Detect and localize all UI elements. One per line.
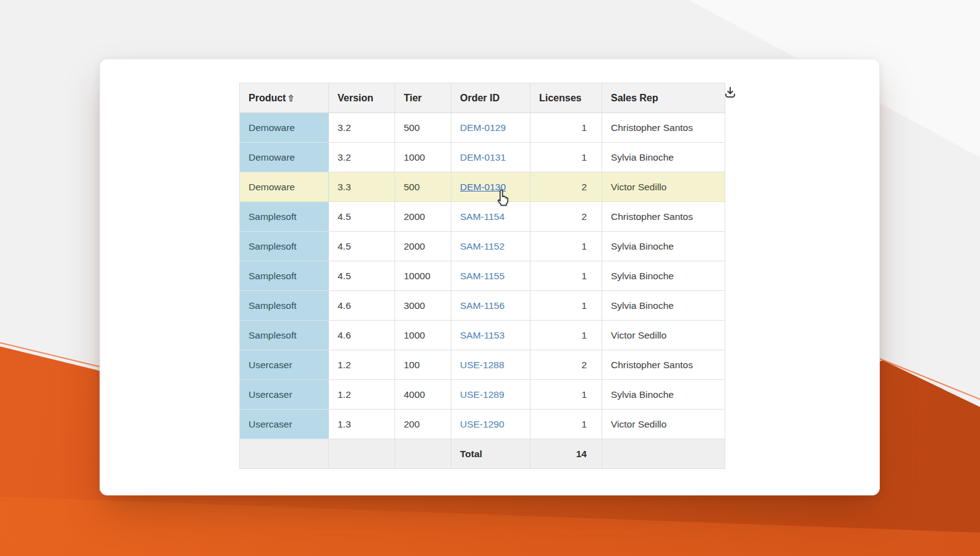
total-empty-product — [240, 439, 329, 469]
table-total-row: Total 14 — [240, 439, 725, 469]
order-id-cell: SAM-1155 — [451, 261, 530, 291]
total-licenses-value: 14 — [530, 439, 602, 469]
version-cell: 4.5 — [329, 261, 395, 291]
table-row: Samplesoft4.510000SAM-11551Sylvia Binoch… — [240, 261, 725, 291]
total-empty-rep — [602, 439, 725, 469]
order-id-cell: DEM-0129 — [451, 113, 530, 143]
order-id-link[interactable]: USE-1289 — [460, 389, 505, 400]
order-id-cell: DEM-0130 — [451, 172, 530, 202]
table-row: Samplesoft4.52000SAM-11521Sylvia Binoche — [240, 232, 725, 261]
table-row: Demoware3.3500DEM-01302Victor Sedillo — [240, 172, 725, 202]
order-id-link[interactable]: DEM-0131 — [460, 152, 506, 162]
version-cell: 4.5 — [329, 232, 395, 261]
licenses-cell: 1 — [530, 380, 602, 410]
sales-rep-cell: Sylvia Binoche — [602, 291, 725, 321]
order-id-cell: USE-1289 — [451, 380, 530, 410]
table-row: Usercaser1.2100USE-12882Christopher Sant… — [240, 350, 725, 380]
licenses-cell: 1 — [530, 410, 602, 439]
column-header-product[interactable]: Product⇧ — [240, 83, 329, 113]
tier-cell: 10000 — [395, 261, 451, 291]
table-row: Samplesoft4.61000SAM-11531Victor Sedillo — [240, 321, 725, 350]
order-id-link[interactable]: SAM-1156 — [460, 300, 505, 311]
sales-rep-cell: Sylvia Binoche — [602, 380, 725, 410]
column-header-sales-rep[interactable]: Sales Rep — [602, 83, 725, 113]
sales-rep-cell: Christopher Santos — [602, 113, 725, 143]
version-cell: 1.3 — [329, 410, 395, 439]
tier-cell: 2000 — [395, 232, 451, 261]
orders-table-container: Product⇧ Version Tier Order ID Licenses … — [239, 83, 725, 469]
order-id-cell: USE-1288 — [451, 350, 530, 380]
version-cell: 4.6 — [329, 321, 395, 350]
total-empty-version — [329, 439, 395, 469]
version-cell: 3.2 — [329, 113, 395, 143]
table-row: Samplesoft4.52000SAM-11542Christopher Sa… — [240, 202, 725, 232]
tier-cell: 4000 — [395, 380, 451, 410]
column-header-order-id[interactable]: Order ID — [451, 83, 530, 113]
table-row: Demoware3.2500DEM-01291Christopher Santo… — [240, 113, 725, 143]
sales-rep-cell: Sylvia Binoche — [602, 261, 725, 291]
order-id-link[interactable]: SAM-1152 — [460, 241, 505, 251]
licenses-cell: 1 — [530, 113, 602, 143]
sales-rep-cell: Victor Sedillo — [602, 172, 725, 202]
orders-table: Product⇧ Version Tier Order ID Licenses … — [239, 83, 725, 469]
order-id-link[interactable]: USE-1288 — [460, 360, 505, 370]
version-cell: 3.2 — [329, 143, 395, 172]
product-cell: Demoware — [240, 143, 329, 172]
tier-cell: 100 — [395, 350, 451, 380]
product-cell: Samplesoft — [240, 202, 329, 232]
order-id-cell: USE-1290 — [451, 410, 530, 439]
order-id-link[interactable]: SAM-1155 — [460, 271, 505, 281]
order-id-cell: SAM-1156 — [451, 291, 530, 321]
sales-rep-cell: Victor Sedillo — [602, 321, 725, 350]
tier-cell: 500 — [395, 172, 451, 202]
product-cell: Samplesoft — [240, 321, 329, 350]
order-id-link[interactable]: DEM-0130 — [460, 182, 506, 192]
licenses-cell: 2 — [530, 202, 602, 232]
order-id-cell: SAM-1153 — [451, 321, 530, 350]
sales-rep-cell: Christopher Santos — [602, 350, 725, 380]
order-id-link[interactable]: SAM-1154 — [460, 211, 505, 222]
table-row: Usercaser1.3200USE-12901Victor Sedillo — [240, 410, 725, 439]
product-cell: Samplesoft — [240, 291, 329, 321]
licenses-cell: 2 — [530, 350, 602, 380]
sales-rep-cell: Christopher Santos — [602, 202, 725, 232]
licenses-cell: 1 — [530, 291, 602, 321]
content-card: Product⇧ Version Tier Order ID Licenses … — [100, 59, 880, 495]
order-id-link[interactable]: DEM-0129 — [460, 122, 506, 133]
tier-cell: 2000 — [395, 202, 451, 232]
licenses-cell: 1 — [530, 261, 602, 291]
order-id-link[interactable]: SAM-1153 — [460, 330, 505, 340]
sales-rep-cell: Sylvia Binoche — [602, 232, 725, 261]
product-cell: Usercaser — [240, 350, 329, 380]
product-cell: Usercaser — [240, 410, 329, 439]
table-header-row: Product⇧ Version Tier Order ID Licenses … — [240, 83, 725, 113]
sales-rep-cell: Victor Sedillo — [602, 410, 725, 439]
licenses-cell: 1 — [530, 321, 602, 350]
licenses-cell: 1 — [530, 232, 602, 261]
download-button[interactable] — [722, 84, 739, 101]
column-header-version[interactable]: Version — [329, 83, 395, 113]
order-id-cell: SAM-1152 — [451, 232, 530, 261]
version-cell: 1.2 — [329, 350, 395, 380]
tier-cell: 1000 — [395, 321, 451, 350]
column-header-product-label: Product — [249, 93, 286, 103]
tier-cell: 3000 — [395, 291, 451, 321]
table-row: Usercaser1.24000USE-12891Sylvia Binoche — [240, 380, 725, 410]
column-header-licenses[interactable]: Licenses — [530, 83, 602, 113]
product-cell: Usercaser — [240, 380, 329, 410]
product-cell: Samplesoft — [240, 232, 329, 261]
sort-ascending-icon: ⇧ — [287, 93, 294, 103]
column-header-tier[interactable]: Tier — [395, 83, 451, 113]
table-row: Samplesoft4.63000SAM-11561Sylvia Binoche — [240, 291, 725, 321]
order-id-link[interactable]: USE-1290 — [460, 419, 505, 429]
sales-rep-cell: Sylvia Binoche — [602, 143, 725, 172]
product-cell: Samplesoft — [240, 261, 329, 291]
order-id-cell: SAM-1154 — [451, 202, 530, 232]
version-cell: 3.3 — [329, 172, 395, 202]
tier-cell: 1000 — [395, 143, 451, 172]
licenses-cell: 2 — [530, 172, 602, 202]
version-cell: 4.5 — [329, 202, 395, 232]
version-cell: 4.6 — [329, 291, 395, 321]
order-id-cell: DEM-0131 — [451, 143, 530, 172]
table-body: Demoware3.2500DEM-01291Christopher Santo… — [240, 113, 725, 439]
